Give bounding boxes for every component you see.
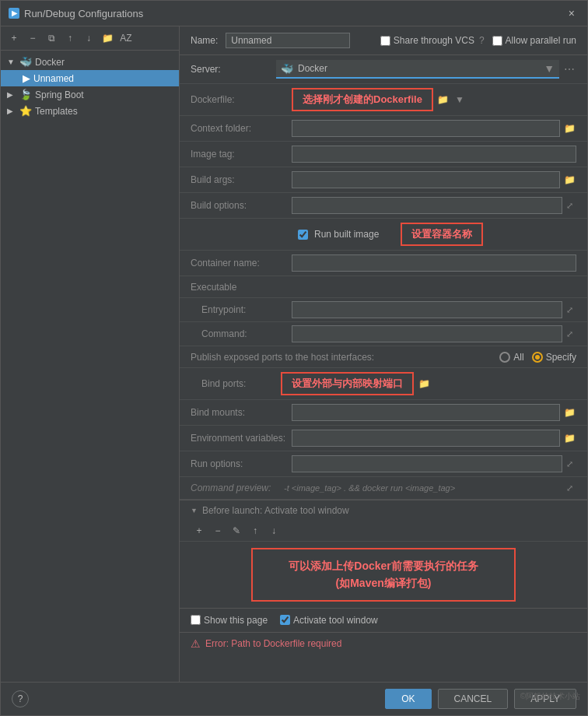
env-vars-folder-button[interactable]: 📁 bbox=[562, 431, 576, 445]
bl-add-button[interactable]: + bbox=[191, 522, 208, 539]
bl-edit-button[interactable]: ✎ bbox=[228, 522, 245, 539]
server-row: Server: 🐳 Docker ▼ ⋯ bbox=[180, 55, 587, 84]
move-up-button[interactable]: ↑ bbox=[61, 30, 79, 47]
server-dropdown-arrow[interactable]: ▼ bbox=[544, 62, 555, 75]
cmd-preview-label: Command preview: bbox=[191, 483, 284, 493]
before-launch-arrow[interactable]: ▼ bbox=[191, 507, 198, 514]
run-options-input[interactable] bbox=[292, 455, 562, 472]
container-name-label: Container name: bbox=[191, 258, 292, 268]
build-args-label: Build args: bbox=[191, 174, 292, 185]
ok-button[interactable]: OK bbox=[385, 689, 431, 709]
context-folder-button[interactable]: 📁 bbox=[562, 121, 576, 135]
container-name-input[interactable] bbox=[292, 254, 576, 272]
tree-item-templates[interactable]: ▶ ⭐ Templates bbox=[1, 103, 179, 119]
form-header: Name: Share through VCS ? Allow parallel… bbox=[180, 26, 587, 55]
allow-parallel-checkbox-label[interactable]: Allow parallel run bbox=[492, 35, 576, 46]
bl-down-button[interactable]: ↓ bbox=[265, 522, 282, 539]
dockerfile-annotation: 选择刚才创建的Dockerfile bbox=[292, 88, 433, 111]
before-launch-label: Before launch: Activate tool window bbox=[202, 505, 349, 516]
tree-item-docker[interactable]: ▼ 🐳 Docker bbox=[1, 54, 179, 70]
share-vcs-checkbox[interactable] bbox=[380, 36, 390, 46]
tree-item-unnamed[interactable]: ▶ Unnamed bbox=[1, 70, 179, 86]
radio-all-button[interactable] bbox=[499, 352, 510, 363]
command-input[interactable] bbox=[292, 325, 562, 342]
watermark: ©阿船的技术小站 bbox=[520, 691, 580, 702]
build-args-row: Build args: 📁 bbox=[180, 167, 587, 193]
folder-button[interactable]: 📁 bbox=[99, 30, 116, 47]
command-label: Command: bbox=[201, 328, 292, 339]
templates-icon: ⭐ bbox=[19, 105, 32, 117]
publish-ports-label: Publish exposed ports to the host interf… bbox=[191, 352, 374, 363]
dialog-icon: ▶ bbox=[9, 8, 19, 19]
bind-ports-folder-button[interactable]: 📁 bbox=[417, 377, 431, 391]
cmd-preview-expand-button[interactable]: ⤢ bbox=[562, 481, 576, 495]
allow-parallel-label: Allow parallel run bbox=[506, 35, 576, 46]
spring-boot-label: Spring Boot bbox=[35, 90, 84, 100]
run-config-icon: ▶ bbox=[23, 72, 30, 84]
cancel-button[interactable]: CANCEL bbox=[438, 689, 509, 709]
build-options-expand-button[interactable]: ⤢ bbox=[562, 198, 576, 212]
help-button[interactable]: ? bbox=[12, 690, 29, 707]
run-built-image-checkbox[interactable] bbox=[298, 230, 308, 240]
bind-mounts-folder-button[interactable]: 📁 bbox=[562, 405, 576, 419]
dockerfile-folder-button[interactable]: 📁 bbox=[436, 93, 450, 107]
radio-all-label[interactable]: All bbox=[499, 352, 523, 363]
templates-label: Templates bbox=[35, 106, 78, 117]
radio-specify-label[interactable]: Specify bbox=[532, 352, 576, 363]
share-vcs-checkbox-label[interactable]: Share through VCS ? bbox=[380, 35, 485, 46]
image-tag-input[interactable] bbox=[292, 146, 576, 163]
run-options-row: Run options: ⤢ bbox=[180, 451, 587, 477]
spring-boot-icon: 🍃 bbox=[19, 89, 32, 100]
bind-mounts-input[interactable] bbox=[292, 404, 560, 421]
bl-remove-button[interactable]: − bbox=[209, 522, 226, 539]
sort-button[interactable]: AZ bbox=[117, 30, 135, 47]
bind-mounts-row: Bind mounts: 📁 bbox=[180, 400, 587, 426]
templates-expand-arrow[interactable]: ▶ bbox=[7, 107, 16, 115]
before-launch-toolbar: + − ✎ ↑ ↓ bbox=[180, 521, 587, 542]
command-expand-button[interactable]: ⤢ bbox=[562, 327, 576, 341]
build-options-input[interactable] bbox=[292, 197, 562, 214]
run-options-expand-button[interactable]: ⤢ bbox=[562, 457, 576, 471]
context-folder-row: Context folder: 📁 bbox=[180, 116, 587, 142]
copy-config-button[interactable]: ⧉ bbox=[43, 30, 60, 47]
build-args-input[interactable] bbox=[292, 171, 560, 188]
close-button[interactable]: × bbox=[564, 5, 579, 21]
entrypoint-input[interactable] bbox=[292, 301, 562, 318]
server-select[interactable]: 🐳 Docker ▼ bbox=[276, 60, 559, 79]
bl-up-button[interactable]: ↑ bbox=[247, 522, 264, 539]
move-down-button[interactable]: ↓ bbox=[80, 30, 97, 47]
executable-section-label: Executable bbox=[191, 282, 236, 293]
allow-parallel-checkbox[interactable] bbox=[492, 36, 502, 46]
radio-specify-button[interactable] bbox=[532, 352, 543, 363]
env-vars-label: Environment variables: bbox=[191, 433, 292, 444]
spring-expand-arrow[interactable]: ▶ bbox=[7, 90, 16, 99]
build-args-folder-button[interactable]: 📁 bbox=[562, 173, 576, 187]
config-tree: ▼ 🐳 Docker ▶ Unnamed ▶ 🍃 Spring Boot bbox=[1, 51, 179, 682]
add-config-button[interactable]: + bbox=[5, 30, 23, 47]
show-page-checkbox-label[interactable]: Show this page bbox=[191, 615, 268, 626]
dockerfile-dropdown-button[interactable]: ▼ bbox=[453, 93, 467, 107]
name-input[interactable] bbox=[226, 33, 350, 48]
radio-all-text: All bbox=[513, 352, 523, 363]
name-label: Name: bbox=[191, 35, 218, 46]
activate-tw-checkbox-label[interactable]: Activate tool window bbox=[280, 615, 378, 626]
docker-expand-arrow[interactable]: ▼ bbox=[7, 58, 16, 66]
entrypoint-expand-button[interactable]: ⤢ bbox=[562, 303, 576, 317]
env-vars-input[interactable] bbox=[292, 430, 560, 447]
tree-item-spring-boot[interactable]: ▶ 🍃 Spring Boot bbox=[1, 86, 179, 103]
before-launch-section: ▼ Before launch: Activate tool window + … bbox=[180, 500, 587, 608]
container-name-annotation: 设置容器名称 bbox=[401, 223, 483, 246]
activate-tw-checkbox[interactable] bbox=[280, 615, 290, 625]
annotation-line1: 可以添加上传Docker前需要执行的任务 bbox=[268, 557, 499, 574]
share-vcs-help-icon: ? bbox=[479, 35, 485, 46]
remove-config-button[interactable]: − bbox=[24, 30, 41, 47]
annotation-line2: (如Maven编译打包) bbox=[268, 574, 499, 591]
docker-label: Docker bbox=[35, 57, 65, 68]
run-built-image-label: Run built image bbox=[314, 229, 379, 240]
error-bar: ⚠ Error: Path to Dockerfile required bbox=[180, 632, 587, 655]
dockerfile-actions: 📁 ▼ bbox=[436, 93, 467, 107]
run-options-label: Run options: bbox=[191, 458, 292, 469]
server-more-button[interactable]: ⋯ bbox=[562, 62, 576, 76]
show-page-checkbox[interactable] bbox=[191, 615, 201, 625]
context-folder-input[interactable] bbox=[292, 120, 560, 137]
